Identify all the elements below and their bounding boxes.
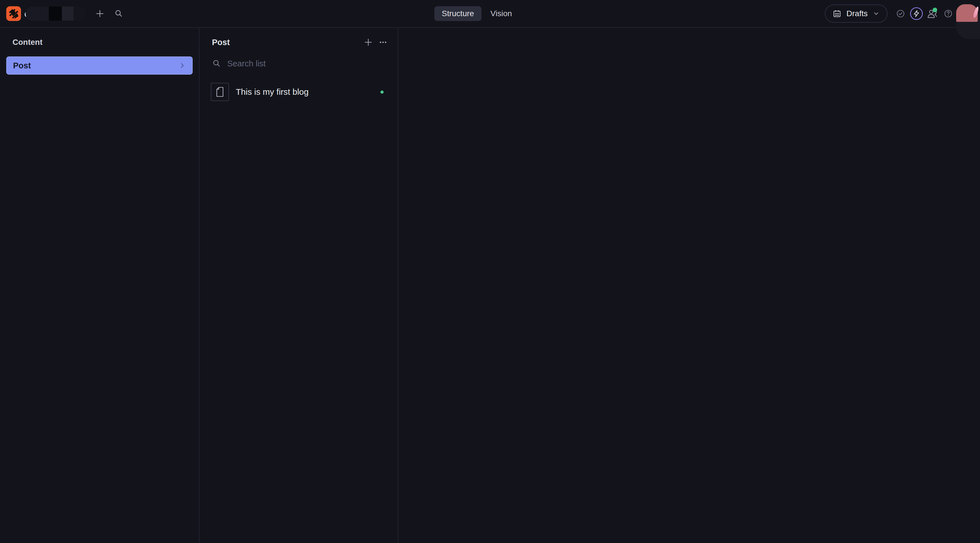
workspace-name-redacted[interactable]: c	[25, 6, 86, 21]
document-title: This is my first blog	[236, 88, 309, 96]
document-list-item[interactable]: This is my first blog	[199, 83, 398, 101]
perspective-label: Drafts	[846, 10, 868, 18]
redaction-segment	[73, 6, 86, 21]
tab-vision[interactable]: Vision	[485, 6, 517, 21]
new-document-button[interactable]	[92, 6, 107, 21]
users-icon	[927, 9, 938, 18]
list-pane-header: Post	[199, 38, 398, 46]
global-search-button[interactable]	[111, 6, 126, 21]
nav-item-label: Post	[13, 62, 31, 70]
lightning-icon	[910, 7, 923, 20]
search-icon	[114, 9, 123, 18]
redaction-segment	[62, 6, 73, 21]
redaction-segment	[49, 6, 62, 21]
plus-icon	[95, 9, 104, 18]
help-button[interactable]	[940, 6, 956, 22]
plus-icon	[363, 37, 373, 47]
topbar-right-cluster: Drafts	[825, 0, 980, 27]
ellipsis-icon	[378, 37, 388, 47]
presence-dot	[932, 8, 937, 12]
workspace-logo[interactable]	[6, 6, 21, 21]
help-icon	[944, 10, 953, 18]
search-icon	[212, 59, 221, 68]
chevron-right-icon	[178, 62, 186, 69]
published-status-dot	[380, 91, 383, 94]
check-circle-icon	[896, 10, 905, 18]
list-search-input[interactable]	[227, 59, 385, 68]
sync-status-button[interactable]	[892, 6, 908, 22]
content-pane: Content Post	[0, 28, 199, 543]
redaction-block	[25, 6, 86, 21]
document-icon	[216, 86, 224, 97]
redaction-segment	[25, 6, 49, 21]
list-search-row	[199, 54, 398, 73]
assist-button[interactable]	[908, 6, 924, 22]
chevron-down-icon	[873, 10, 880, 17]
list-pane-title: Post	[212, 38, 230, 46]
perspective-drafts-button[interactable]: Drafts	[825, 5, 888, 23]
nav-item-post[interactable]: Post	[6, 56, 192, 75]
tool-tabs: Structure Vision	[434, 0, 517, 27]
create-document-button[interactable]	[361, 35, 375, 49]
top-bar: c Structure Vision	[0, 0, 980, 28]
editor-empty-area	[398, 28, 980, 543]
user-avatar[interactable]	[956, 0, 980, 27]
content-pane-title: Content	[13, 38, 192, 46]
main-area: Content Post Post	[0, 28, 980, 543]
members-button[interactable]	[924, 6, 940, 22]
document-list: This is my first blog	[199, 83, 398, 101]
scribble-logo-icon	[8, 8, 19, 19]
tab-structure[interactable]: Structure	[434, 6, 482, 21]
document-thumbnail	[211, 83, 229, 101]
document-list-pane: Post	[199, 28, 398, 543]
calendar-icon	[833, 10, 841, 18]
pane-menu-button[interactable]	[375, 35, 390, 49]
